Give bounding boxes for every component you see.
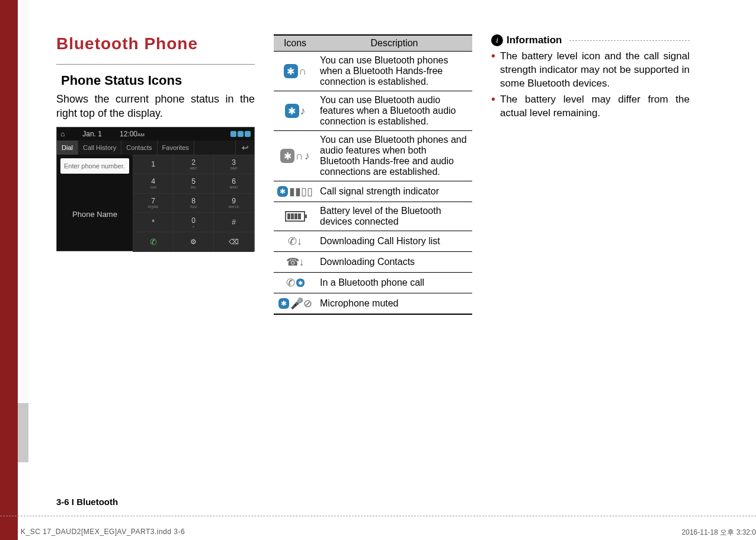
backspace-button[interactable]: ⌫	[214, 232, 254, 251]
table-row: ✱∩♪You can use Bluetooth phones and audi…	[274, 131, 472, 181]
bluetooth-icon: ✱	[280, 149, 294, 163]
col-header-icons: Icons	[274, 35, 316, 52]
icon-cell	[274, 202, 316, 231]
headset-icon: ∩	[299, 65, 307, 78]
icon-table-body: ✱∩You can use Bluetooth phones when a Bl…	[274, 52, 472, 315]
keypad-key[interactable]: 6MNO	[214, 174, 254, 193]
keypad-key[interactable]: 1	[133, 155, 173, 174]
table-row: ☎↓Downloading Contacts	[274, 252, 472, 273]
back-icon[interactable]: ↩	[235, 140, 254, 155]
printer-crop-line	[0, 516, 756, 516]
status-indicators	[230, 131, 251, 137]
keypad-key[interactable]: 7PQRS	[133, 194, 173, 213]
description-cell: Downloading Contacts	[316, 252, 472, 273]
info-list: •The battery level icon and the call sig…	[491, 50, 690, 120]
page-margin-bar	[18, 0, 28, 462]
icon-cell: ✱∩♪	[274, 131, 316, 181]
title-divider	[56, 64, 255, 65]
page-content: Bluetooth Phone Phone Status Icons Shows…	[56, 34, 708, 315]
list-item-text: The battery level icon and the call sign…	[500, 50, 690, 91]
bullet-icon: •	[491, 50, 495, 91]
table-row: ✆✱In a Bluetooth phone call	[274, 273, 472, 293]
settings-button[interactable]: ⚙	[174, 232, 213, 251]
list-item: •The battery level may differ from the a…	[491, 93, 690, 120]
keypad-key[interactable]: 4GHI	[133, 174, 173, 193]
bluetooth-icon: ✱	[296, 279, 305, 287]
icon-cell: ✱♪	[274, 91, 316, 131]
info-icon: i	[491, 34, 503, 46]
keypad-key[interactable]: 5JKL	[174, 174, 213, 193]
description-cell: You can use Bluetooth audio features whe…	[316, 91, 472, 131]
status-date: Jan. 1	[82, 130, 102, 138]
keypad-key[interactable]: *	[133, 213, 173, 232]
column-left: Bluetooth Phone Phone Status Icons Shows…	[56, 34, 255, 315]
icon-cell: ✱🎤⊘	[274, 293, 316, 315]
tab-favorites[interactable]: Favorites	[158, 140, 194, 155]
shot-tabs: Dial Call History Contacts Favorites ↩	[57, 140, 254, 155]
tab-call-history[interactable]: Call History	[78, 140, 121, 155]
col-header-description: Description	[316, 35, 472, 52]
description-cell: In a Bluetooth phone call	[316, 273, 472, 293]
table-row: Battery level of the Bluetooth devices c…	[274, 202, 472, 231]
call-button[interactable]: ✆	[133, 232, 173, 251]
bluetooth-icon: ✱	[278, 298, 289, 309]
tab-contacts[interactable]: Contacts	[121, 140, 157, 155]
info-label: Information	[507, 34, 562, 46]
microphone-mute-icon: 🎤⊘	[290, 297, 312, 310]
phone-name-label: Phone Name	[57, 177, 133, 252]
keypad-key[interactable]: 0+	[174, 213, 213, 232]
page-tab-bar	[18, 403, 28, 462]
keypad-key[interactable]: 3DEF	[214, 155, 254, 174]
section-subhead: Phone Status Icons	[61, 73, 255, 88]
icon-cell: ✱▮▮▯▯	[274, 181, 316, 202]
information-header: i Information	[491, 34, 690, 46]
description-cell: Microphone muted	[316, 293, 472, 315]
battery-icon	[285, 211, 305, 222]
table-row: ✆↓Downloading Call History list	[274, 231, 472, 252]
keypad-key[interactable]: 8TUV	[174, 194, 213, 213]
icon-cell: ✱∩	[274, 52, 316, 91]
info-divider	[569, 40, 690, 41]
bullet-icon: •	[491, 93, 495, 120]
icon-cell: ✆✱	[274, 273, 316, 293]
status-ampm: AM	[137, 132, 145, 138]
icon-description-table: Icons Description ✱∩You can use Bluetoot…	[274, 34, 472, 315]
status-time-value: 12:00	[120, 130, 137, 138]
keypad-key[interactable]: 2ABC	[174, 155, 213, 174]
icon-cell: ✆↓	[274, 231, 316, 252]
shot-status-bar: ⌂ Jan. 1 12:00AM	[57, 127, 254, 140]
phone-number-input[interactable]: Enter phone number.	[60, 158, 129, 174]
phone-download-icon: ✆↓	[288, 235, 302, 248]
page-title: Bluetooth Phone	[56, 34, 255, 53]
page-accent-bar	[0, 0, 18, 540]
signal-bars-icon: ▮▮▯▯	[289, 185, 313, 198]
description-cell: Battery level of the Bluetooth devices c…	[316, 202, 472, 231]
status-time: 12:00AM	[120, 130, 145, 138]
music-note-icon: ♪	[305, 150, 310, 162]
keypad-key[interactable]: 9WXYZ	[214, 194, 254, 213]
table-header-row: Icons Description	[274, 35, 472, 52]
table-row: ✱♪You can use Bluetooth audio features w…	[274, 91, 472, 131]
headset-icon: ∩	[296, 150, 303, 162]
shot-body: Enter phone number. Phone Name 12ABC3DEF…	[57, 155, 254, 252]
music-note-icon: ♪	[300, 105, 306, 117]
intro-text: Shows the current phone status in the ri…	[56, 92, 255, 121]
column-middle: Icons Description ✱∩You can use Bluetoot…	[274, 34, 472, 315]
contact-download-icon: ☎↓	[286, 255, 305, 269]
indesign-date-label: 2016-11-18 오후 3:32:0	[682, 528, 756, 538]
table-row: ✱∩You can use Bluetooth phones when a Bl…	[274, 52, 472, 91]
description-cell: Call signal strength indicator	[316, 181, 472, 202]
tab-dial[interactable]: Dial	[57, 140, 78, 155]
indesign-file-label: K_SC 17_DAUD2[MEX_EG]AV_PART3.indd 3-6	[21, 528, 185, 536]
bluetooth-icon: ✱	[284, 64, 298, 78]
column-right: i Information •The battery level icon an…	[491, 34, 690, 315]
keypad-key[interactable]: #	[214, 213, 254, 232]
shot-left-pane: Enter phone number. Phone Name	[57, 155, 133, 252]
table-row: ✱▮▮▯▯Call signal strength indicator	[274, 181, 472, 202]
bluetooth-icon: ✱	[285, 104, 299, 118]
description-cell: You can use Bluetooth phones and audio f…	[316, 131, 472, 181]
home-icon: ⌂	[60, 130, 65, 138]
shot-keypad: 12ABC3DEF4GHI5JKL6MNO7PQRS8TUV9WXYZ*0+#✆…	[133, 155, 254, 252]
list-item-text: The battery level may differ from the ac…	[500, 93, 690, 120]
table-row: ✱🎤⊘Microphone muted	[274, 293, 472, 315]
